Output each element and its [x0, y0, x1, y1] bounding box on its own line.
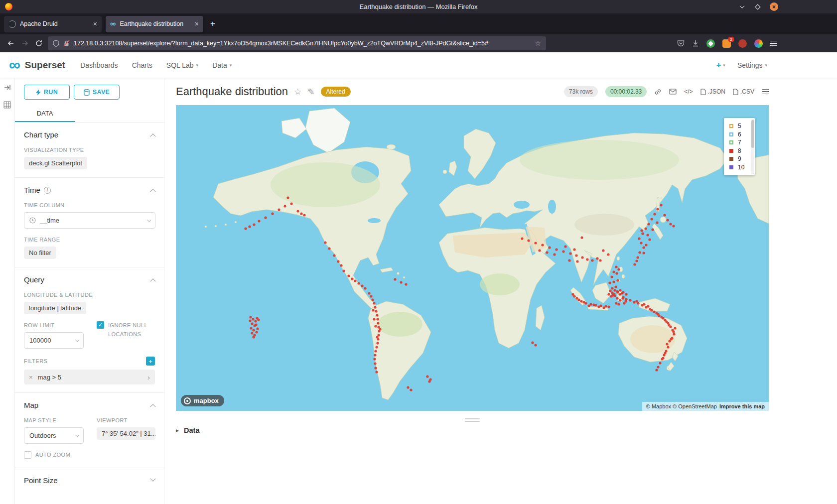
forward-button[interactable]: [18, 37, 32, 50]
lonlat-chip[interactable]: longitude | latitude: [24, 302, 86, 314]
window-close-button[interactable]: ×: [770, 2, 778, 11]
favorite-star-icon[interactable]: ☆: [294, 87, 301, 97]
legend-item[interactable]: 10: [729, 163, 747, 172]
nav-charts[interactable]: Charts: [132, 61, 152, 69]
query-timer-badge: 00:00:02.33: [605, 86, 647, 97]
legend-item[interactable]: 7: [729, 138, 747, 147]
superset-header: ∞ Superset Dashboards Charts SQL Lab▾ Da…: [0, 52, 837, 78]
legend-label: 5: [738, 123, 741, 129]
improve-map-link[interactable]: Improve this map: [719, 403, 765, 409]
ignore-null-checkbox[interactable]: ✓: [97, 321, 104, 329]
url-text[interactable]: 172.18.0.3:32108/superset/explore/?form_…: [74, 40, 531, 47]
url-bar[interactable]: 172.18.0.3:32108/superset/explore/?form_…: [48, 36, 546, 50]
extension-icon-3[interactable]: [738, 39, 747, 48]
menu-icon[interactable]: [770, 41, 777, 46]
chevron-down-icon: ▾: [230, 63, 232, 68]
toolbar-extensions: 2: [677, 39, 777, 48]
edit-pencil-icon[interactable]: ✎: [307, 87, 314, 97]
pocket-icon[interactable]: [677, 40, 685, 47]
nav-data[interactable]: Data▾: [212, 61, 232, 69]
extension-icon-2[interactable]: 2: [722, 39, 731, 48]
insecure-lock-icon[interactable]: [63, 40, 70, 47]
section-point-size: Point Size: [15, 468, 164, 493]
superset-brand[interactable]: Superset: [25, 60, 65, 71]
superset-favicon: ∞: [110, 20, 116, 28]
row-limit-select[interactable]: 100000: [24, 332, 84, 349]
back-button[interactable]: [4, 37, 18, 50]
new-tab-button[interactable]: +: [207, 19, 218, 29]
viewport-chip[interactable]: 7° 35' 54.02" | 31...: [97, 427, 155, 440]
window-maximize-button[interactable]: [754, 3, 762, 11]
email-icon[interactable]: [669, 89, 677, 95]
time-range-chip[interactable]: No filter: [24, 247, 56, 259]
tab-close-icon[interactable]: ×: [93, 20, 97, 28]
section-header[interactable]: Point Size: [24, 476, 155, 485]
section-time: Timei TIME COLUMN __time TIME RANGE No f…: [15, 178, 164, 267]
superset-logo-icon[interactable]: ∞: [9, 59, 20, 72]
mapbox-wordmark: mapbox: [194, 397, 219, 404]
dataset-rail: [0, 78, 15, 504]
save-button[interactable]: SAVE: [74, 85, 120, 100]
auto-zoom-label: AUTO ZOOM: [35, 451, 70, 460]
mapbox-logo[interactable]: mapbox: [181, 395, 224, 406]
control-panel: RUN SAVE DATA Chart type VISUALIZATION T…: [15, 78, 164, 504]
map-style-select[interactable]: Outdoors: [24, 427, 84, 444]
nav-dashboards[interactable]: Dashboards: [80, 61, 118, 69]
nav-sql-lab[interactable]: SQL Lab▾: [166, 61, 198, 69]
legend-scrollbar-thumb[interactable]: [751, 120, 754, 148]
reload-button[interactable]: [32, 37, 46, 50]
embed-code-icon[interactable]: </>: [684, 88, 693, 95]
dataset-grid-icon[interactable]: [3, 101, 11, 111]
bookmark-star-icon[interactable]: ☆: [535, 39, 541, 47]
export-json-button[interactable]: .JSON: [700, 88, 725, 95]
section-header[interactable]: Query: [24, 275, 155, 284]
collapse-chevron-icon[interactable]: [150, 404, 155, 409]
export-csv-button[interactable]: .CSV: [733, 88, 754, 95]
extension-icon-4[interactable]: [754, 39, 763, 48]
tracking-shield-icon[interactable]: [53, 40, 59, 47]
time-column-select[interactable]: __time: [24, 212, 155, 229]
tab-data[interactable]: DATA: [15, 105, 75, 122]
filter-chip[interactable]: × mag > 5 ›: [24, 370, 155, 384]
collapse-chevron-icon[interactable]: [150, 189, 155, 194]
section-header[interactable]: Chart type: [24, 130, 155, 139]
auto-zoom-checkbox[interactable]: [24, 451, 31, 459]
chart-menu-icon[interactable]: [762, 89, 769, 95]
viz-type-chip[interactable]: deck.gl Scatterplot: [24, 157, 87, 169]
expand-filter-icon[interactable]: ›: [147, 373, 150, 381]
cache-link-icon[interactable]: [654, 88, 662, 96]
settings-menu[interactable]: Settings▾: [737, 61, 767, 69]
browser-tab-earthquake[interactable]: ∞ Earthquake distribution ×: [106, 16, 203, 32]
legend-item[interactable]: 9: [729, 155, 747, 163]
tab-close-icon[interactable]: ×: [195, 20, 199, 28]
new-object-button[interactable]: +▾: [716, 60, 725, 70]
section-header[interactable]: Timei: [24, 186, 155, 194]
chevron-down-icon: ▾: [723, 63, 725, 68]
remove-filter-icon[interactable]: ×: [29, 374, 33, 381]
altered-badge[interactable]: Altered: [321, 87, 351, 97]
extension-icon-1[interactable]: [706, 39, 715, 48]
expand-chevron-icon[interactable]: [150, 476, 155, 482]
browser-tab-druid[interactable]: Apache Druid ×: [4, 16, 102, 32]
map-legend-list: 5678910: [729, 122, 747, 171]
collapse-chevron-icon[interactable]: [150, 278, 155, 284]
druid-favicon: [8, 20, 16, 28]
window-shade-button[interactable]: [738, 3, 746, 11]
collapse-chevron-icon[interactable]: [150, 133, 155, 139]
run-button[interactable]: RUN: [24, 85, 70, 100]
legend-item[interactable]: 8: [729, 147, 747, 155]
resize-drag-handle[interactable]: [465, 418, 480, 422]
legend-swatch-icon: [729, 140, 733, 144]
legend-swatch-icon: [729, 149, 733, 153]
deckgl-map[interactable]: 5678910 mapbox © Mapbox © OpenStreetMap …: [176, 105, 769, 411]
section-header[interactable]: Map: [24, 401, 155, 409]
legend-label: 9: [738, 155, 741, 162]
attribution-text[interactable]: © Mapbox © OpenStreetMap: [646, 403, 717, 409]
legend-item[interactable]: 5: [729, 122, 747, 130]
legend-label: 8: [738, 147, 741, 154]
legend-item[interactable]: 6: [729, 130, 747, 139]
add-filter-button[interactable]: +: [146, 357, 155, 366]
expand-panel-icon[interactable]: [4, 84, 11, 93]
data-panel-expander[interactable]: ▸ Data: [176, 426, 769, 434]
downloads-icon[interactable]: [692, 40, 699, 47]
